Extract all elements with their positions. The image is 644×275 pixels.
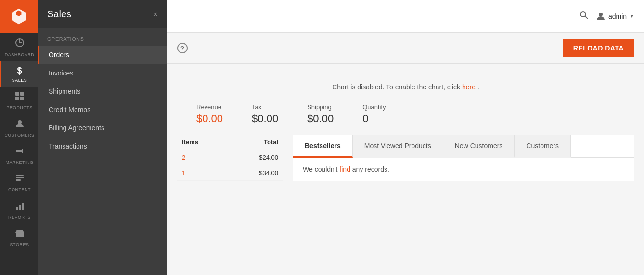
svg-rect-13: [22, 203, 24, 210]
row-0-total: $24.00: [227, 150, 283, 165]
sales-icon: $: [17, 66, 22, 76]
flyout-item-shipments[interactable]: Shipments: [38, 82, 167, 100]
sidebar-item-reports[interactable]: REPORTS: [0, 196, 38, 224]
sidebar-item-products-label: PRODUCTS: [6, 105, 33, 110]
svg-point-7: [18, 120, 22, 124]
no-records-highlight: find: [339, 165, 350, 173]
svg-point-16: [580, 12, 586, 17]
svg-point-18: [599, 12, 603, 16]
svg-rect-11: [16, 207, 18, 210]
stat-shipping-value: $0.00: [307, 112, 334, 125]
sidebar-item-products[interactable]: PRODUCTS: [0, 87, 38, 114]
no-records-message: We couldn't find any records.: [303, 165, 624, 173]
flyout-header: Sales ×: [38, 0, 167, 28]
sidebar-item-marketing[interactable]: MARKETING: [0, 141, 38, 169]
stat-revenue-value: $0.00: [196, 112, 223, 125]
svg-rect-6: [20, 97, 24, 100]
table-row: 1 $34.00: [177, 165, 283, 181]
sidebar-item-dashboard-label: DASHBOARD: [5, 52, 35, 57]
stat-shipping: Shipping $0.00: [307, 103, 334, 125]
admin-caret-icon: ▼: [630, 13, 634, 19]
sidebar-item-sales-label: SALES: [12, 78, 27, 83]
dashboard-body: Chart is disabled. To enable the chart, …: [167, 64, 644, 275]
marketing-icon: [15, 146, 25, 158]
svg-rect-10: [16, 179, 21, 181]
row-0-items[interactable]: 2: [177, 150, 227, 165]
chart-notice: Chart is disabled. To enable the chart, …: [177, 74, 634, 96]
top-bar: admin ▼: [167, 0, 644, 33]
help-icon[interactable]: ?: [177, 43, 188, 53]
sidebar-item-reports-label: REPORTS: [8, 215, 31, 220]
main-content: admin ▼ ? Reload Data Chart is disabled.…: [167, 0, 644, 275]
tabs-header: Bestsellers Most Viewed Products New Cus…: [293, 135, 634, 158]
sidebar-item-sales[interactable]: $ SALES: [0, 61, 38, 87]
sidebar-item-stores-label: STORES: [10, 242, 29, 247]
flyout-title: Sales: [47, 9, 71, 20]
stat-revenue-label: Revenue: [196, 103, 223, 111]
sidebar-item-content[interactable]: CONTENT: [0, 169, 38, 196]
svg-rect-4: [20, 92, 24, 96]
right-panel: Bestsellers Most Viewed Products New Cus…: [293, 135, 634, 181]
tabs-section: Bestsellers Most Viewed Products New Cus…: [293, 135, 634, 181]
sidebar-item-customers-label: CUSTOMERS: [5, 133, 35, 138]
flyout-item-transactions[interactable]: Transactions: [38, 137, 167, 155]
svg-rect-12: [19, 205, 21, 210]
flyout-section-operations: Operations: [38, 28, 167, 46]
dashboard-header: ? Reload Data: [167, 33, 644, 64]
stat-quantity-label: Quantity: [362, 103, 386, 111]
admin-user-menu[interactable]: admin ▼: [596, 12, 634, 21]
col-items: Items: [177, 135, 227, 150]
stat-tax-label: Tax: [252, 103, 278, 111]
stat-quantity-value: 0: [362, 112, 386, 125]
svg-rect-5: [15, 97, 19, 100]
admin-username: admin: [608, 12, 627, 20]
svg-rect-8: [16, 175, 24, 176]
svg-rect-3: [15, 92, 19, 96]
stat-shipping-label: Shipping: [307, 103, 334, 111]
stat-tax-value: $0.00: [252, 112, 278, 125]
svg-rect-9: [16, 177, 24, 178]
stat-tax: Tax $0.00: [252, 103, 278, 125]
sidebar-item-content-label: CONTENT: [8, 188, 31, 192]
content-icon: [15, 174, 25, 186]
dashboard-icon: [14, 38, 25, 50]
customers-icon: [15, 119, 25, 131]
col-total: Total: [227, 135, 283, 150]
flyout-close-button[interactable]: ×: [153, 10, 158, 19]
svg-line-17: [585, 16, 588, 19]
left-table: Items Total 2 $24.00 1 $34.00: [177, 135, 283, 181]
sidebar-item-marketing-label: MARKETING: [5, 160, 33, 165]
stats-row: Revenue $0.00 Tax $0.00 Shipping $0.00 Q…: [177, 96, 634, 135]
tab-customers[interactable]: Customers: [515, 135, 571, 158]
top-bar-actions: admin ▼: [580, 11, 634, 22]
sidebar-item-dashboard[interactable]: DASHBOARD: [0, 33, 38, 61]
flyout-item-credit-memos[interactable]: Credit Memos: [38, 100, 167, 119]
stat-quantity: Quantity 0: [362, 103, 386, 125]
reports-icon: [15, 201, 25, 213]
stat-revenue: Revenue $0.00: [196, 103, 223, 125]
tab-new-customers[interactable]: New Customers: [443, 135, 515, 158]
row-1-total: $34.00: [227, 165, 283, 181]
sidebar-item-customers[interactable]: CUSTOMERS: [0, 114, 38, 141]
tabs-content: We couldn't find any records.: [293, 158, 634, 181]
tab-bestsellers[interactable]: Bestsellers: [293, 135, 353, 158]
stores-icon: [15, 228, 25, 240]
search-button[interactable]: [580, 11, 588, 22]
dashboard-split: Items Total 2 $24.00 1 $34.00: [177, 135, 634, 181]
row-1-items[interactable]: 1: [177, 165, 227, 181]
flyout-item-billing-agreements[interactable]: Billing Agreements: [38, 119, 167, 137]
products-icon: [15, 91, 25, 103]
chart-notice-text: Chart is disabled. To enable the chart, …: [332, 83, 462, 91]
svg-rect-15: [18, 234, 21, 237]
flyout-menu: Sales × Operations Orders Invoices Shipm…: [38, 0, 167, 275]
reload-data-button[interactable]: Reload Data: [563, 39, 634, 57]
sidebar-item-stores[interactable]: STORES: [0, 224, 38, 251]
logo[interactable]: [0, 0, 38, 33]
icon-sidebar: DASHBOARD $ SALES PRODUCTS CUSTOMERS MAR…: [0, 0, 38, 275]
flyout-item-orders[interactable]: Orders: [38, 46, 167, 64]
chart-enable-link[interactable]: here: [462, 83, 476, 91]
table-row: 2 $24.00: [177, 150, 283, 165]
orders-table: Items Total 2 $24.00 1 $34.00: [177, 135, 283, 181]
tab-most-viewed[interactable]: Most Viewed Products: [353, 135, 443, 158]
flyout-item-invoices[interactable]: Invoices: [38, 64, 167, 82]
